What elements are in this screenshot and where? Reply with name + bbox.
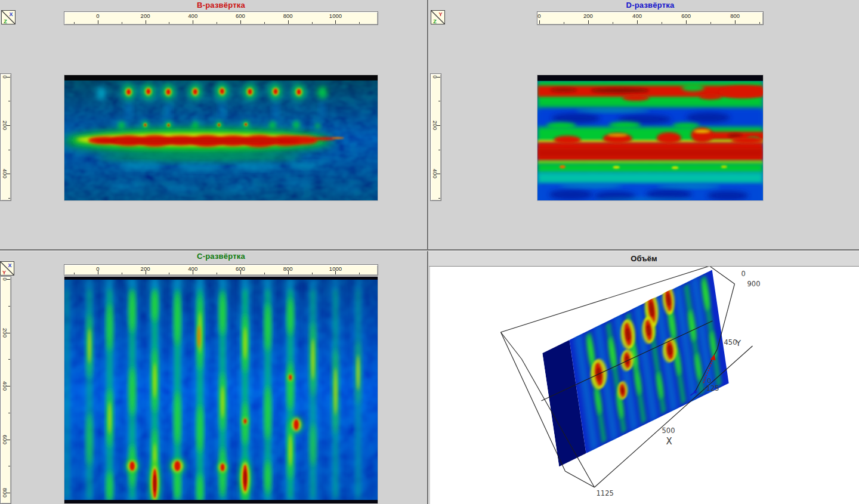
panel-title-d-scan: D-развёртка (537, 1, 764, 10)
svg-text:X: X (8, 262, 11, 268)
svg-text:0: 0 (707, 377, 712, 384)
b-scan-view[interactable] (64, 75, 378, 201)
svg-text:Y: Y (736, 338, 741, 348)
c-scan-view[interactable] (64, 276, 378, 504)
svg-text:X: X (9, 11, 13, 17)
svg-text:0: 0 (741, 270, 746, 278)
svg-text:250: 250 (713, 267, 727, 268)
svg-text:Y: Y (2, 270, 6, 276)
y-ruler-c-scan: 0200400600800 (0, 276, 11, 504)
y-ruler-d-scan: 0200400 (430, 73, 441, 201)
volume-header: Объём (429, 251, 859, 267)
panel-divider-horizontal[interactable] (0, 249, 859, 251)
panel-divider-vertical[interactable] (427, 0, 429, 504)
svg-text:Z: Z (4, 18, 7, 24)
x-ruler-d-scan: 0200400600800 (537, 11, 764, 25)
x-ruler-c-scan: 02004006008001000 (64, 264, 378, 276)
svg-text:450: 450 (724, 338, 737, 347)
app-window: B-развёртка XZ 02004006008001000 0200400… (0, 0, 859, 504)
d-scan-view[interactable] (537, 75, 764, 201)
volume-3d-view[interactable]: 2500900450Y0-125500X1125 (430, 267, 859, 504)
panel-title-b-scan: B-развёртка (64, 1, 378, 10)
axis-orientation-icon-c[interactable]: XY (0, 261, 14, 276)
volume-title: Объём (631, 254, 657, 263)
axis-orientation-icon-b[interactable]: XZ (1, 10, 16, 24)
svg-text:Z: Z (433, 18, 437, 24)
x-ruler-b-scan: 02004006008001000 (64, 11, 378, 25)
svg-text:-125: -125 (704, 384, 719, 392)
panel-title-c-scan: C-развёртка (64, 252, 378, 261)
y-ruler-b-scan: 0200400 (0, 73, 11, 201)
svg-text:Y: Y (438, 11, 442, 17)
svg-text:X: X (666, 436, 672, 447)
axis-orientation-icon-d[interactable]: YZ (431, 10, 445, 24)
svg-text:900: 900 (747, 280, 761, 288)
svg-text:1125: 1125 (597, 489, 614, 497)
svg-text:500: 500 (662, 426, 675, 435)
